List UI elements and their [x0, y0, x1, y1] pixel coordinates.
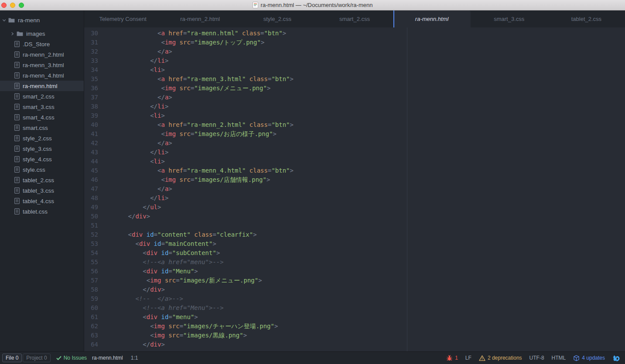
code-line-56[interactable]: 56 <div id="Menu">	[84, 267, 625, 276]
tree-item-style-3-css[interactable]: style_3.css	[0, 143, 84, 154]
traffic-lights	[1, 3, 24, 8]
code-line-34[interactable]: 34 <li>	[84, 65, 625, 75]
deprecations-indicator[interactable]: 2 deprecations	[479, 355, 522, 361]
code-line-38[interactable]: 38 </li>	[84, 102, 625, 111]
tree-item-smart-css[interactable]: smart.css	[0, 122, 84, 133]
code-line-48[interactable]: 48 </li>	[84, 194, 625, 203]
tree-item-ra-menn-4-html[interactable]: ra-menn_4.html	[0, 70, 84, 81]
code-line-61[interactable]: 61 <div id="menu">	[84, 313, 625, 322]
code-line-51[interactable]: 51	[84, 221, 625, 230]
encoding-indicator[interactable]: UTF-8	[529, 355, 544, 361]
code-line-54[interactable]: 54 <div id="subContent">	[84, 248, 625, 258]
code-line-47[interactable]: 47 </a>	[84, 184, 625, 194]
code-line-30[interactable]: 30 <a href="ra-menn.html" class="btn">	[84, 29, 625, 38]
linter-project-tile[interactable]: Project 0	[23, 354, 50, 362]
tree-item-smart-4-css[interactable]: smart_4.css	[0, 112, 84, 122]
statusbar-filename[interactable]: ra-menn.html	[92, 355, 123, 361]
tab-smart-3-css[interactable]: smart_3.css	[471, 10, 548, 27]
file-icon	[14, 125, 20, 131]
line-number: 38	[84, 102, 98, 111]
tab-ra-menn-2-html[interactable]: ra-menn_2.html	[161, 10, 239, 27]
code-line-42[interactable]: 42 </a>	[84, 139, 625, 148]
tree-item-tablet-3-css[interactable]: tablet_3.css	[0, 185, 84, 196]
code-text: </a>	[106, 139, 172, 148]
code-line-45[interactable]: 45 <a href="ra-menn_4.html" class="btn">	[84, 166, 625, 175]
line-number: 51	[84, 221, 98, 230]
code-line-62[interactable]: 62 <img src="images/チャーハン登場.png">	[84, 322, 625, 331]
tree-item-style-4-css[interactable]: style_4.css	[0, 154, 84, 164]
tree-item-ra-menn-2-html[interactable]: ra-menn_2.html	[0, 49, 84, 60]
grammar-indicator[interactable]: HTML	[552, 355, 566, 361]
code-line-35[interactable]: 35 <a href="ra-menn_3.html" class="btn">	[84, 75, 625, 84]
squirrel-indicator[interactable]	[612, 354, 620, 361]
tab-tablet-2-css[interactable]: tablet_2.css	[548, 10, 625, 27]
linter-file-tile[interactable]: File 0	[2, 354, 22, 362]
line-number: 35	[84, 75, 98, 84]
zoom-button[interactable]	[19, 3, 24, 8]
code-line-44[interactable]: 44 <li>	[84, 157, 625, 166]
code-line-55[interactable]: 55 <!--<a href="menu">-->	[84, 258, 625, 267]
code-line-32[interactable]: 32 </a>	[84, 47, 625, 56]
file-icon	[14, 62, 20, 68]
tree-item-tablet-2-css[interactable]: tablet_2.css	[0, 175, 84, 185]
tab-ra-menn-html[interactable]: ra-menn.html	[393, 10, 471, 27]
tree-item-label: smart_2.css	[23, 93, 55, 100]
linter-status[interactable]: No Issues	[56, 355, 87, 361]
code-text: <li>	[106, 111, 165, 120]
tree-item-label: style.css	[23, 167, 45, 173]
code-line-40[interactable]: 40 <a href="ra-menn_2.html" class="btn">	[84, 120, 625, 129]
tree-item-ra-menn-3-html[interactable]: ra-menn_3.html	[0, 60, 84, 70]
cursor-position[interactable]: 1:1	[131, 355, 138, 361]
code-line-53[interactable]: 53 <div id="mainContent">	[84, 239, 625, 248]
code-line-39[interactable]: 39 <li>	[84, 111, 625, 120]
code-line-52[interactable]: 52 <div id="content" class="clearfix">	[84, 230, 625, 239]
code-line-49[interactable]: 49 </ul>	[84, 203, 625, 212]
line-number: 32	[84, 47, 98, 56]
code-line-60[interactable]: 60 <!--<a href="Menu">-->	[84, 303, 625, 313]
code-line-31[interactable]: 31 <img src="images/トップ.png">	[84, 38, 625, 47]
code-line-33[interactable]: 33 </li>	[84, 56, 625, 65]
code-line-41[interactable]: 41 <img src="images/お店の様子.png">	[84, 129, 625, 139]
line-number: 39	[84, 111, 98, 120]
code-line-37[interactable]: 37 </a>	[84, 93, 625, 102]
tree-item-smart-2-css[interactable]: smart_2.css	[0, 91, 84, 102]
code-text: <div id="Menu">	[106, 267, 198, 276]
tree-item-smart-3-css[interactable]: smart_3.css	[0, 102, 84, 112]
code-line-58[interactable]: 58 </div>	[84, 285, 625, 294]
code-line-36[interactable]: 36 <img src="images/メニュー.png">	[84, 84, 625, 93]
code-line-50[interactable]: 50 </div>	[84, 212, 625, 221]
code-text: <img src="images/新メニュー.png">	[106, 276, 262, 285]
tree-root-ra-menn[interactable]: ra-menn	[0, 15, 84, 25]
tree-item-tablet-css[interactable]: tablet.css	[0, 206, 84, 217]
code-text: <div id="mainContent">	[106, 239, 216, 248]
code-editor[interactable]: 30 <a href="ra-menn.html" class="btn">31…	[84, 27, 625, 351]
code-line-43[interactable]: 43 </li>	[84, 148, 625, 157]
code-line-63[interactable]: 63 <img src="images/黒線.png">	[84, 331, 625, 340]
tab-style-2-css[interactable]: style_2.css	[239, 10, 316, 27]
tree-item-style-css[interactable]: style.css	[0, 164, 84, 175]
file-icon	[14, 72, 20, 78]
close-button[interactable]	[1, 3, 7, 8]
line-ending-indicator[interactable]: LF	[465, 355, 471, 361]
document-proxy-icon	[253, 2, 258, 8]
deprecation-bug-indicator[interactable]: 1	[446, 355, 458, 361]
tab-smart-2-css[interactable]: smart_2.css	[316, 10, 393, 27]
tab-telemetry-consent[interactable]: Telemetry Consent	[84, 10, 161, 27]
code-line-64[interactable]: 64 </div>	[84, 340, 625, 349]
tree-item-style-2-css[interactable]: style_2.css	[0, 133, 84, 143]
file-icon	[14, 146, 20, 152]
code-text: </a>	[106, 184, 172, 194]
tree-item-ra-menn-html[interactable]: ra-menn.html	[0, 81, 84, 91]
code-line-57[interactable]: 57 <img src="images/新メニュー.png">	[84, 276, 625, 285]
tree-item-tablet-4-css[interactable]: tablet_4.css	[0, 196, 84, 206]
tree-item--ds-store[interactable]: .DS_Store	[0, 39, 84, 49]
tree-item-images[interactable]: images	[0, 28, 84, 39]
package-updates-indicator[interactable]: 4 updates	[573, 355, 605, 361]
line-number: 41	[84, 129, 98, 139]
code-line-59[interactable]: 59 <!-- </a>-->	[84, 294, 625, 303]
code-text: </a>	[106, 47, 172, 56]
bug-count: 1	[455, 355, 458, 361]
line-number: 33	[84, 56, 98, 65]
minimize-button[interactable]	[10, 3, 15, 8]
code-line-46[interactable]: 46 <img src="images/店舗情報.png">	[84, 175, 625, 184]
